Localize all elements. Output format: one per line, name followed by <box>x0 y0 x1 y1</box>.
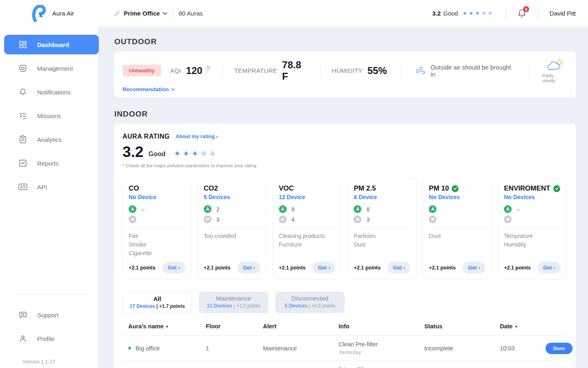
aqi-status-badge: Unhealthy <box>122 65 161 76</box>
about-rating-link[interactable]: About my rating › <box>176 134 218 139</box>
notifications-button[interactable]: 3 <box>517 9 526 18</box>
info-cell: Prime_55 19:30 <box>339 366 424 368</box>
card-points: +2.1 points <box>129 265 156 271</box>
sidebar: Dashboard Management Notifications <box>0 27 98 368</box>
tab-points: +1.2 points <box>236 303 260 309</box>
sidebar-item-api[interactable]: API <box>0 177 98 197</box>
dashboard-icon <box>18 40 27 49</box>
param-card-pm25: PM 2.5 6 Device A8 M3 Particles Dust +2.… <box>347 178 416 279</box>
divider <box>223 62 223 79</box>
rating-stars-icon: ✦✦✦✧✧ <box>174 149 218 159</box>
manual-badge: M <box>504 215 512 223</box>
help-icon[interactable]: ? <box>205 65 211 71</box>
tab-all[interactable]: All 17 Devices | +1.7 points <box>122 292 192 313</box>
sidebar-item-label: Reports <box>37 160 59 167</box>
done-button[interactable]: Done <box>546 343 572 354</box>
table-header-row: Aura’s name▾ Floor Alert Info Status Dat… <box>122 321 567 335</box>
person-icon <box>18 335 27 343</box>
chevron-down-icon <box>163 12 167 15</box>
partly-cloudy-icon <box>546 58 564 72</box>
sidebar-item-management[interactable]: Management <box>0 58 98 78</box>
notification-badge: 3 <box>523 6 529 12</box>
column-header-date[interactable]: Date▾ <box>500 323 546 330</box>
card-title: ENVIROMENT <box>504 184 561 193</box>
tab-maintenance[interactable]: Maintenance 12 Devices | +1.2 points <box>199 292 268 313</box>
card-device-count[interactable]: 5 Devices <box>204 194 261 200</box>
column-header-info[interactable]: Info <box>339 323 424 330</box>
get-button[interactable]: Get› <box>312 262 335 274</box>
auto-badge: A <box>504 205 512 213</box>
divider <box>320 62 321 79</box>
auto-badge: A <box>354 205 361 213</box>
sidebar-item-label: Dashboard <box>37 41 69 48</box>
sidebar-item-support[interactable]: Support <box>0 305 98 325</box>
user-menu[interactable]: David Pitt <box>550 10 576 17</box>
divider <box>12 294 92 294</box>
get-button[interactable]: Get› <box>238 262 261 274</box>
sidebar-item-notifications[interactable]: Notifications <box>0 82 98 102</box>
divider <box>173 9 173 18</box>
sidebar-item-analytics[interactable]: Analytics <box>0 130 98 149</box>
card-device-count[interactable]: 12 Device <box>279 194 336 200</box>
aqi-label: AQI <box>170 67 181 74</box>
info-cell: Clean Pre-filter Yesterday <box>339 341 424 355</box>
app-logo-icon <box>32 5 47 22</box>
humidity-label: HUMIDITY <box>332 67 363 74</box>
manual-value: 3 <box>216 216 220 223</box>
get-button[interactable]: Get› <box>538 262 561 274</box>
card-device-count[interactable]: 6 Device <box>354 194 410 200</box>
divider <box>129 228 185 228</box>
top-bar: Aura Air Prime Office 80 Auras 3.2 Good … <box>0 0 588 27</box>
tab-label: Maintenance <box>199 295 268 302</box>
sidebar-item-dashboard[interactable]: Dashboard <box>4 35 99 54</box>
card-device-count[interactable]: No Devices <box>429 194 486 200</box>
get-button[interactable]: Get› <box>163 262 185 274</box>
card-causes: Particles Dust <box>354 232 410 258</box>
card-device-count[interactable]: No Device <box>129 194 185 200</box>
recommendation-toggle[interactable]: Recommendation <box>122 86 568 92</box>
param-card-voc: VOC 12 Device A8 M4 Cleaning products Fu… <box>273 178 342 279</box>
tab-disconnected[interactable]: Disconnected 5 Devices | +0.5 points <box>275 292 345 313</box>
sidebar-item-reports[interactable]: Reports <box>0 153 98 173</box>
divider <box>506 7 506 20</box>
sidebar-item-missions[interactable]: Missions <box>0 106 98 126</box>
weather-widget: Partly cloudy <box>542 58 568 83</box>
column-header-name[interactable]: Aura’s name▾ <box>128 323 206 330</box>
auto-value: 2 <box>216 206 220 213</box>
card-title: CO <box>129 184 185 193</box>
logo-area: Aura Air <box>0 5 98 22</box>
auto-badge: A <box>204 205 212 213</box>
get-button[interactable]: Get› <box>463 262 486 274</box>
sidebar-item-profile[interactable]: Profile <box>0 329 98 348</box>
tab-device-count: 5 Devices <box>285 303 307 309</box>
divider <box>354 228 410 228</box>
card-title: PM 10 <box>429 184 486 193</box>
location-selector[interactable]: Prime Office 80 Auras <box>114 9 203 18</box>
verified-icon <box>553 185 560 192</box>
param-card-co2: CO2 5 Devices A2 M3 Too crowded +2.1 poi… <box>198 178 267 279</box>
card-device-count[interactable]: No Devices <box>504 194 561 200</box>
table-row: Big office 1 Maintenance Clean Pre-filte… <box>122 335 567 361</box>
aura-count: 80 Auras <box>178 10 203 17</box>
divider <box>538 7 538 20</box>
app-version: Version 1.1.27 <box>0 352 98 365</box>
management-icon <box>18 64 27 72</box>
column-header-status[interactable]: Status <box>424 323 500 330</box>
indoor-section-title: INDOOR <box>114 110 576 119</box>
get-button[interactable]: Get› <box>388 262 410 274</box>
humidity-value: 55% <box>368 65 387 76</box>
tab-points: +0.5 points <box>311 303 335 309</box>
checklist-icon <box>18 112 27 120</box>
clipboard-icon <box>18 135 27 144</box>
sort-caret-icon: ▾ <box>166 324 168 329</box>
manual-badge: M <box>129 215 136 223</box>
sidebar-item-label: Notifications <box>37 89 71 96</box>
aura-name: Big office <box>136 345 160 352</box>
card-causes: Dust <box>429 232 486 258</box>
outdoor-section-title: OUTDOOR <box>114 37 576 46</box>
air-advice-text: Outside air should be brought in <box>431 64 516 78</box>
rating-note: * Check all the major pollution paramete… <box>122 163 567 168</box>
column-header-floor[interactable]: Floor <box>206 323 263 330</box>
param-card-pm10: PM 10 No Devices A M Dust +2.1 points Ge… <box>423 178 492 279</box>
column-header-alert[interactable]: Alert <box>263 323 339 330</box>
